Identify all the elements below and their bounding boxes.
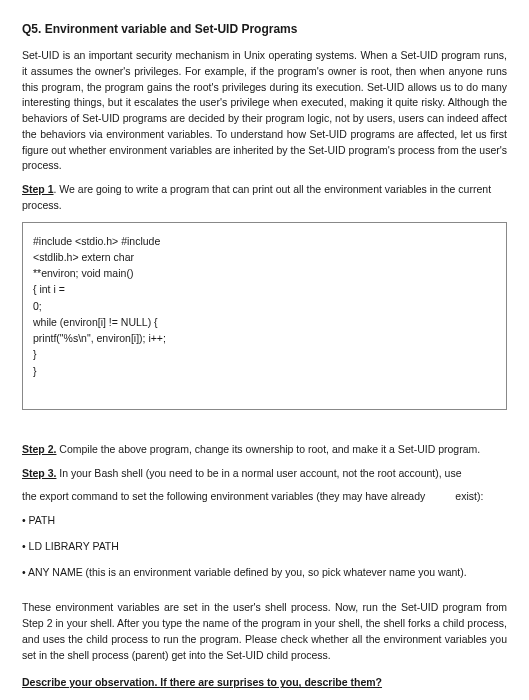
step-3-export-text: the export command to set the following … [22,490,425,502]
step-3: Step 3. In your Bash shell (you need to … [22,466,507,482]
intro-paragraph: Set-UID is an important security mechani… [22,48,507,174]
step-1-text: . We are going to write a program that c… [22,183,491,211]
step-2-label: Step 2. [22,443,56,455]
step-3-text: In your Bash shell (you need to be in a … [56,467,461,479]
final-question: Describe your observation. If there are … [22,675,507,691]
bullet-path: • PATH [22,513,507,529]
step-2-text: Compile the above program, change its ow… [56,443,480,455]
bullet-ld-library-path: • LD LIBRARY PATH [22,539,507,555]
step-3-exist: exist): [455,489,483,505]
step-3-line2: the export command to set the following … [22,489,507,505]
code-block: #include <stdio.h> #include <stdlib.h> e… [22,222,507,410]
question-title: Q5. Environment variable and Set-UID Pro… [22,20,507,38]
step-2: Step 2. Compile the above program, chang… [22,442,507,458]
step-1: Step 1. We are going to write a program … [22,182,507,214]
step-3-label: Step 3. [22,467,56,479]
step-1-label: Step 1 [22,183,54,195]
closing-paragraph: These environment variables are set in t… [22,600,507,663]
bullet-any-name: • ANY NAME (this is an environment varia… [22,565,507,581]
